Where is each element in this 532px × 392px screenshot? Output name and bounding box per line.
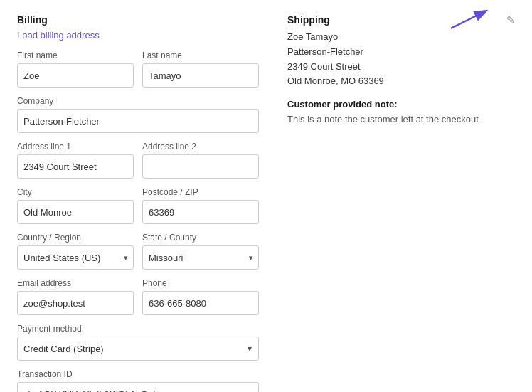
address2-label: Address line 2	[142, 142, 259, 152]
transaction-label: Transaction ID	[17, 369, 259, 379]
shipping-name-text: Zoe Tamayo	[287, 30, 515, 45]
address2-input[interactable]	[142, 154, 259, 179]
postcode-input[interactable]	[142, 200, 259, 224]
transaction-input[interactable]	[17, 382, 259, 392]
email-input[interactable]	[17, 291, 134, 315]
shipping-section: Shipping ✎ Zoe Tamayo Patterson-Fletcher…	[287, 14, 515, 392]
shipping-address-block: Zoe Tamayo Patterson-Fletcher 2349 Court…	[287, 30, 515, 89]
svg-line-1	[451, 11, 485, 28]
company-label: Company	[17, 96, 259, 106]
arrow-decoration	[451, 9, 494, 32]
payment-method-select[interactable]: Credit Card (Stripe)	[17, 337, 259, 361]
address1-input[interactable]	[17, 154, 134, 179]
shipping-city-state-zip-text: Old Monroe, MO 63369	[287, 74, 515, 89]
shipping-address-text: 2349 Court Street	[287, 60, 515, 75]
load-billing-link[interactable]: Load billing address	[17, 30, 100, 41]
billing-section: Billing Load billing address First name …	[17, 14, 259, 392]
country-select[interactable]: United States (US)	[17, 245, 134, 270]
country-label: Country / Region	[17, 233, 134, 243]
address1-label: Address line 1	[17, 142, 134, 152]
company-input[interactable]	[17, 109, 259, 133]
payment-label: Payment method:	[17, 324, 259, 334]
phone-input[interactable]	[142, 291, 259, 315]
email-label: Email address	[17, 278, 134, 288]
state-label: State / County	[142, 233, 259, 243]
first-name-input[interactable]	[17, 63, 134, 88]
city-input[interactable]	[17, 200, 134, 224]
phone-label: Phone	[142, 278, 259, 288]
city-label: City	[17, 187, 134, 197]
shipping-company-text: Patterson-Fletcher	[287, 45, 515, 60]
last-name-input[interactable]	[142, 63, 259, 88]
postcode-label: Postcode / ZIP	[142, 187, 259, 197]
edit-icon: ✎	[506, 14, 515, 26]
shipping-edit-button[interactable]: ✎	[506, 14, 515, 26]
customer-note-text: This is a note the customer left at the …	[287, 112, 515, 127]
customer-note-label: Customer provided note:	[287, 99, 515, 110]
billing-title: Billing	[17, 14, 259, 26]
state-select[interactable]: Missouri	[142, 245, 259, 270]
first-name-label: First name	[17, 51, 134, 60]
last-name-label: Last name	[142, 51, 259, 60]
